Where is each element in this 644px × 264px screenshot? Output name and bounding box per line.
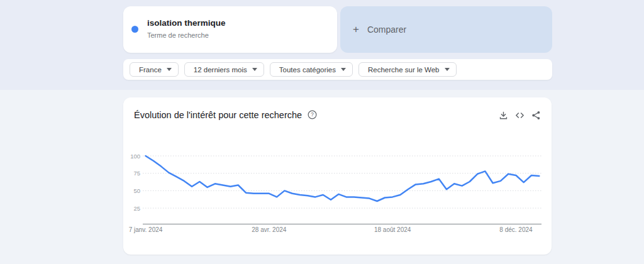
chevron-down-icon (445, 68, 450, 71)
y-tick-label: 25 (133, 205, 140, 212)
y-tick-label: 75 (133, 170, 140, 177)
search-term-card[interactable]: isolation thermique Terme de recherche (123, 6, 337, 53)
chevron-down-icon (252, 68, 257, 71)
filter-search-type[interactable]: Recherche sur le Web (358, 62, 457, 77)
filter-category-label: Toutes catégories (279, 66, 336, 74)
y-tick-label: 50 (133, 187, 140, 194)
search-term-type: Terme de recherche (147, 31, 209, 39)
filter-time-range[interactable]: 12 derniers mois (184, 62, 264, 77)
search-term-label: isolation thermique (147, 18, 226, 28)
interest-over-time-card: Évolution de l'intérêt pour cette recher… (123, 97, 552, 255)
filter-region-label: France (139, 66, 162, 74)
plus-icon: + (353, 23, 359, 36)
filter-search-type-label: Recherche sur le Web (368, 66, 440, 74)
filter-time-range-label: 12 derniers mois (194, 66, 247, 74)
trend-line[interactable] (146, 156, 540, 201)
chevron-down-icon (341, 68, 346, 71)
filter-category[interactable]: Toutes catégories (270, 62, 353, 77)
filter-region[interactable]: France (130, 62, 179, 77)
filter-bar: France 12 derniers mois Toutes catégorie… (123, 59, 552, 80)
series-color-dot-icon (131, 26, 138, 33)
interest-over-time-chart: 1007550257 janv. 202428 avr. 202418 août… (123, 97, 552, 255)
compare-label: Comparer (367, 25, 406, 35)
x-tick-label: 7 janv. 2024 (129, 226, 163, 233)
y-tick-label: 100 (130, 153, 140, 160)
x-tick-label: 8 déc. 2024 (499, 226, 533, 233)
chevron-down-icon (167, 68, 172, 71)
x-tick-label: 28 avr. 2024 (252, 226, 286, 233)
x-tick-label: 18 août 2024 (374, 226, 411, 233)
compare-button[interactable]: + Comparer (340, 6, 552, 53)
